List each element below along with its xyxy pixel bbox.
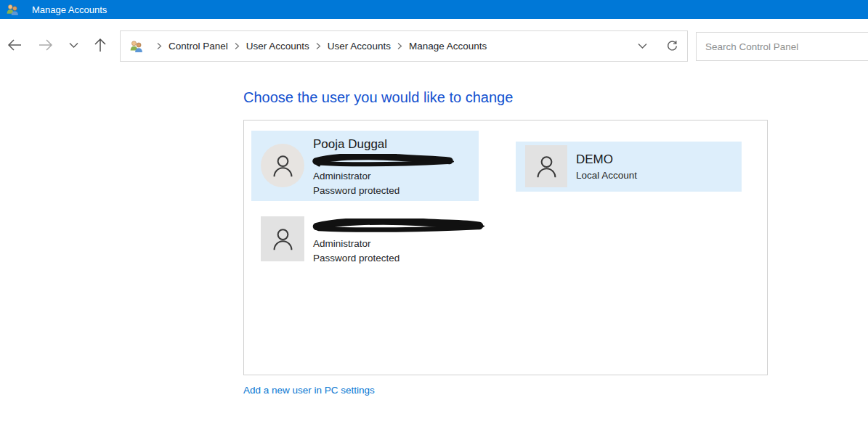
address-dropdown-chevron-icon[interactable] xyxy=(638,43,647,49)
user-accounts-icon xyxy=(6,4,20,16)
refresh-icon[interactable] xyxy=(666,40,678,52)
back-button[interactable] xyxy=(7,37,23,53)
recent-locations-chevron-icon[interactable] xyxy=(69,42,78,49)
user-role: Local Account xyxy=(576,168,637,183)
forward-button[interactable] xyxy=(38,37,54,53)
breadcrumb-separator-icon xyxy=(235,42,240,50)
search-input[interactable] xyxy=(696,32,868,61)
window-title: Manage Accounts xyxy=(32,4,107,15)
address-bar[interactable]: Control Panel User Accounts User Account… xyxy=(120,30,688,62)
user-avatar xyxy=(261,216,304,261)
user-avatar xyxy=(261,144,304,187)
user-list-panel: Pooja Duggal Administrator Password prot… xyxy=(243,120,768,375)
user-name: DEMO xyxy=(576,151,613,168)
redacted-name-scribble xyxy=(312,219,484,233)
breadcrumb-item-control-panel[interactable]: Control Panel xyxy=(169,41,228,52)
user-password-status: Password protected xyxy=(313,184,399,198)
manage-accounts-window: Manage Accounts xyxy=(0,0,868,445)
breadcrumb-item-manage-accounts[interactable]: Manage Accounts xyxy=(409,41,487,52)
breadcrumb-separator-icon xyxy=(397,42,402,50)
breadcrumb-item-user-accounts[interactable]: User Accounts xyxy=(246,41,309,52)
redacted-email-scribble xyxy=(312,154,454,167)
add-user-link[interactable]: Add a new user in PC settings xyxy=(243,385,375,396)
breadcrumb-separator-icon xyxy=(157,42,162,50)
user-avatar xyxy=(525,145,567,187)
breadcrumb-item-user-accounts-2[interactable]: User Accounts xyxy=(328,41,391,52)
user-tile-redacted[interactable]: Administrator Password protected xyxy=(251,209,485,280)
title-bar: Manage Accounts xyxy=(0,0,868,19)
user-role: Administrator xyxy=(313,169,371,184)
user-accounts-icon xyxy=(129,40,144,53)
breadcrumb-separator-icon xyxy=(316,42,321,50)
user-name: Pooja Duggal xyxy=(313,136,387,153)
up-button[interactable] xyxy=(92,37,108,53)
user-tile-pooja-duggal[interactable]: Pooja Duggal Administrator Password prot… xyxy=(251,131,479,201)
user-role: Administrator xyxy=(313,237,371,251)
user-password-status: Password protected xyxy=(313,251,399,266)
page-title: Choose the user you would like to change xyxy=(243,89,513,106)
user-tile-demo[interactable]: DEMO Local Account xyxy=(516,142,742,192)
